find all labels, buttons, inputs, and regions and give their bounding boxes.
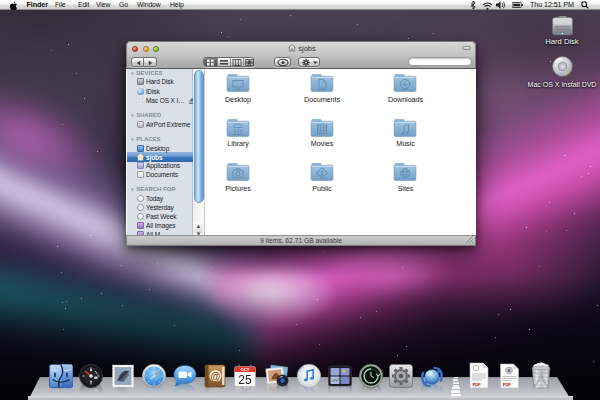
svg-text:PDF: PDF (503, 382, 512, 387)
svg-text:@: @ (211, 371, 221, 382)
svg-text:PDF: PDF (472, 382, 481, 387)
svg-text:OCT: OCT (241, 367, 250, 372)
svg-text:25: 25 (239, 373, 253, 387)
